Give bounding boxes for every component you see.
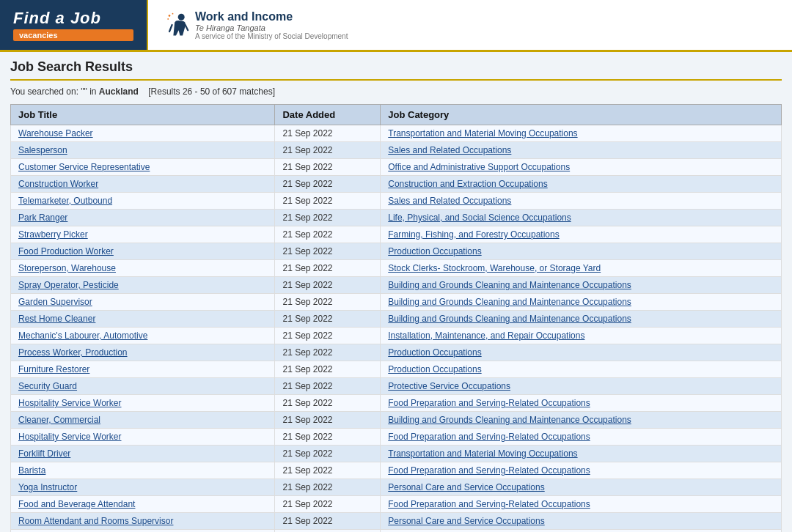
job-title-link[interactable]: Garden Supervisor [18, 297, 92, 307]
job-category-link[interactable]: Sales and Related Occupations [388, 196, 511, 206]
job-title-cell: Food and Beverage Attendant [11, 496, 275, 513]
job-title-link[interactable]: Construction Worker [18, 179, 98, 189]
job-title-cell: Construction Worker [11, 176, 275, 193]
table-row: Rest Home Cleaner21 Sep 2022Building and… [11, 311, 782, 328]
table-row: Construction Worker21 Sep 2022Constructi… [11, 176, 782, 193]
job-title-link[interactable]: Customer Service Representative [18, 162, 150, 172]
job-title-link[interactable]: Telemarketer, Outbound [18, 196, 112, 206]
job-category-cell: Building and Grounds Cleaning and Mainte… [381, 311, 782, 328]
job-category-cell: Food Preparation and Serving-Related Occ… [381, 462, 782, 479]
job-category-cell: Personal Care and Service Occupations [381, 479, 782, 496]
job-category-link[interactable]: Food Preparation and Serving-Related Occ… [388, 432, 590, 442]
job-title-link[interactable]: Hospitality Service Worker [18, 398, 121, 408]
job-title-link[interactable]: Food Production Worker [18, 246, 114, 256]
results-table: Job Title Date Added Job Category Wareho… [10, 104, 782, 532]
job-category-link[interactable]: Life, Physical, and Social Science Occup… [388, 213, 571, 223]
job-category-cell: Sales and Related Occupations [381, 193, 782, 210]
job-category-link[interactable]: Installation, Maintenance, and Repair Oc… [388, 330, 584, 341]
job-category-link[interactable]: Food Preparation and Serving-Related Occ… [388, 398, 590, 408]
table-row: Security Guard21 Sep 2022Protective Serv… [11, 378, 782, 395]
job-title-link[interactable]: Warehouse Packer [18, 128, 93, 138]
table-row: Forklift Driver21 Sep 2022Transportation… [11, 446, 782, 462]
job-title-cell: Furniture Restorer [11, 361, 275, 378]
table-row: Process Worker, Production21 Sep 2022Pro… [11, 344, 782, 361]
job-category-link[interactable]: Production Occupations [388, 246, 481, 256]
job-date-cell: 21 Sep 2022 [275, 311, 381, 328]
job-date-cell: 21 Sep 2022 [275, 344, 381, 361]
job-title-link[interactable]: Rest Home Cleaner [18, 314, 95, 324]
job-category-link[interactable]: Building and Grounds Cleaning and Mainte… [388, 314, 631, 324]
job-date-cell: 21 Sep 2022 [275, 479, 381, 496]
job-title-cell: Strawberry Picker [11, 226, 275, 243]
job-title-link[interactable]: Hospitality Service Worker [18, 432, 121, 442]
job-title-link[interactable]: Yoga Instructor [18, 482, 77, 492]
job-title-link[interactable]: Park Ranger [18, 213, 67, 223]
table-row: Hospitality Service Worker21 Sep 2022Foo… [11, 429, 782, 446]
job-title-link[interactable]: Barista [18, 465, 45, 476]
job-title-cell: Hospitality Service Worker [11, 395, 275, 412]
table-row: Food and Beverage Attendant21 Sep 2022Fo… [11, 496, 782, 513]
job-category-link[interactable]: Transportation and Material Moving Occup… [388, 448, 577, 459]
table-row: Telemarketer, Outbound21 Sep 2022Sales a… [11, 193, 782, 210]
job-title-link[interactable]: Salesperson [18, 145, 67, 155]
col-job-title: Job Title [11, 105, 275, 125]
job-category-link[interactable]: Stock Clerks- Stockroom, Warehouse, or S… [388, 263, 601, 273]
job-category-link[interactable]: Personal Care and Service Occupations [388, 482, 544, 492]
job-category-link[interactable]: Food Preparation and Serving-Related Occ… [388, 465, 590, 476]
table-row: Food Production Worker21 Sep 2022Product… [11, 243, 782, 260]
table-row: Barista21 Sep 2022Food Preparation and S… [11, 462, 782, 479]
job-title-link[interactable]: Security Guard [18, 381, 77, 391]
job-category-link[interactable]: Production Occupations [388, 364, 481, 374]
job-title-link[interactable]: Furniture Restorer [18, 364, 89, 374]
job-category-cell: Farming, Fishing, and Forestry Occupatio… [381, 226, 782, 243]
search-info: You searched on: "" in Auckland [Results… [10, 86, 782, 97]
svg-line-2 [186, 25, 188, 30]
job-category-link[interactable]: Building and Grounds Cleaning and Mainte… [388, 280, 631, 290]
table-row: Warehouse Packer21 Sep 2022Transportatio… [11, 125, 782, 142]
col-job-category: Job Category [381, 105, 782, 125]
table-row: Mechanic's Labourer, Automotive21 Sep 20… [11, 328, 782, 344]
job-title-cell: Telemarketer, Outbound [11, 193, 275, 210]
job-title-link[interactable]: Food and Beverage Attendant [18, 499, 135, 509]
job-category-cell: Healthcare Practitioners and Technical O… [381, 530, 782, 533]
job-title-link[interactable]: Spray Operator, Pesticide [18, 280, 119, 290]
job-category-cell: Office and Administrative Support Occupa… [381, 159, 782, 176]
job-category-link[interactable]: Personal Care and Service Occupations [388, 516, 544, 526]
svg-point-5 [167, 18, 169, 20]
table-row: Yoga Instructor21 Sep 2022Personal Care … [11, 479, 782, 496]
job-category-link[interactable]: Transportation and Material Moving Occup… [388, 128, 577, 138]
job-title-cell: Process Worker, Production [11, 344, 275, 361]
job-title-cell: Cleaner, Commercial [11, 412, 275, 429]
table-row: Strawberry Picker21 Sep 2022Farming, Fis… [11, 226, 782, 243]
job-title-cell: Security Guard [11, 378, 275, 395]
job-category-link[interactable]: Office and Administrative Support Occupa… [388, 162, 570, 172]
job-title-link[interactable]: Strawberry Picker [18, 229, 88, 240]
job-category-link[interactable]: Sales and Related Occupations [388, 145, 511, 155]
svg-point-3 [169, 15, 171, 17]
job-title-link[interactable]: Forklift Driver [18, 448, 70, 459]
job-category-link[interactable]: Food Preparation and Serving-Related Occ… [388, 499, 590, 509]
job-category-link[interactable]: Building and Grounds Cleaning and Mainte… [388, 415, 631, 425]
svg-line-1 [169, 25, 172, 32]
job-category-link[interactable]: Protective Service Occupations [388, 381, 510, 391]
job-category-link[interactable]: Construction and Extraction Occupations [388, 179, 547, 189]
job-category-cell: Life, Physical, and Social Science Occup… [381, 210, 782, 226]
job-title-cell: Barista [11, 462, 275, 479]
col-date-added: Date Added [275, 105, 381, 125]
job-title-link[interactable]: Room Attendant and Rooms Supervisor [18, 516, 173, 526]
job-title-cell: Spray Operator, Pesticide [11, 277, 275, 294]
job-date-cell: 21 Sep 2022 [275, 226, 381, 243]
job-category-link[interactable]: Farming, Fishing, and Forestry Occupatio… [388, 229, 559, 240]
wai-person-icon [163, 12, 189, 38]
job-category-link[interactable]: Building and Grounds Cleaning and Mainte… [388, 297, 631, 307]
job-title-link[interactable]: Process Worker, Production [18, 347, 128, 358]
table-row: Storeperson, Warehouse21 Sep 2022Stock C… [11, 260, 782, 277]
job-title-link[interactable]: Storeperson, Warehouse [18, 263, 116, 273]
job-title-link[interactable]: Mechanic's Labourer, Automotive [18, 330, 147, 341]
job-title-link[interactable]: Cleaner, Commercial [18, 415, 100, 425]
table-row: Park Ranger21 Sep 2022Life, Physical, an… [11, 210, 782, 226]
search-location: Auckland [99, 86, 139, 97]
results-range: [Results 26 - 50 of 607 matches] [148, 86, 275, 97]
job-date-cell: 21 Sep 2022 [275, 159, 381, 176]
job-category-link[interactable]: Production Occupations [388, 347, 481, 358]
